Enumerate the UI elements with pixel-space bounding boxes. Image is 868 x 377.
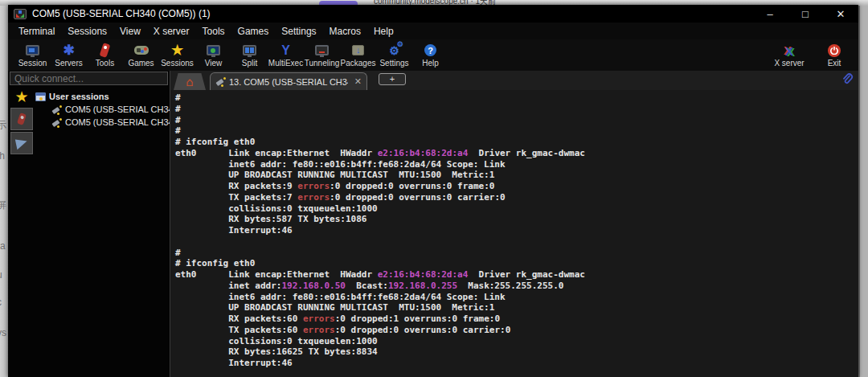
terminal-line: UP BROADCAST RUNNING MULTICAST MTU:1500 … bbox=[175, 302, 858, 313]
terminal-line bbox=[175, 236, 858, 248]
serial-plug-icon bbox=[51, 118, 62, 127]
sidebar-tools-button[interactable] bbox=[10, 108, 33, 130]
terminal-line: UP BROADCAST RUNNING MULTICAST MTU:1500 … bbox=[175, 170, 858, 181]
menu-item-x-server[interactable]: X server bbox=[147, 24, 196, 39]
menu-item-sessions[interactable]: Sessions bbox=[61, 24, 113, 39]
toolbar-tunneling-button[interactable]: ↔ Tunneling bbox=[304, 43, 340, 68]
menu-item-help[interactable]: Help bbox=[367, 24, 400, 39]
tunneling-monitor-icon: ↔ bbox=[315, 43, 329, 58]
toolbar-packages-button[interactable]: Packages bbox=[340, 43, 376, 68]
menu-item-tools[interactable]: Tools bbox=[196, 24, 231, 39]
session-monitor-icon bbox=[26, 43, 39, 58]
background-right-sliver bbox=[858, 6, 868, 377]
tree-root-user-sessions[interactable]: User sessions bbox=[35, 90, 170, 103]
menu-item-terminal[interactable]: Terminal bbox=[12, 24, 61, 39]
menu-item-macros[interactable]: Macros bbox=[323, 24, 367, 39]
menubar: Terminal Sessions View X server Tools Ga… bbox=[8, 23, 858, 39]
app-logo-icon bbox=[14, 9, 27, 19]
terminal-line: # ifconfig eth0 bbox=[175, 137, 858, 148]
tree-session-com5-1[interactable]: COM5 (USB-SERIAL CH340 (COM5) bbox=[35, 103, 170, 116]
background-left-sliver: 示 th 屏 ra u c ys bbox=[0, 6, 8, 377]
tree-session-com5-2[interactable]: COM5 (USB-SERIAL CH340 (COM5) bbox=[35, 116, 170, 129]
terminal-line: RX bytes:587 TX bytes:1086 bbox=[175, 214, 858, 225]
session-tree: User sessions COM5 (USB-SERIAL CH340 (CO… bbox=[35, 87, 170, 377]
new-tab-button[interactable]: + bbox=[379, 73, 406, 85]
terminal-line: # ifconfig eth0 bbox=[175, 258, 858, 269]
terminal-line: # bbox=[175, 92, 858, 104]
terminal-line: inet6 addr: fe80::e016:b4ff:fe68:2da4/64… bbox=[175, 159, 858, 170]
serial-plug-icon bbox=[215, 77, 226, 86]
terminal-line: # bbox=[175, 248, 858, 259]
minimize-button[interactable]: – bbox=[762, 8, 778, 20]
terminal-line: RX packets:60 errors:0 dropped:1 overrun… bbox=[175, 313, 858, 325]
terminal-line: # bbox=[175, 115, 858, 126]
toolbar-games-button[interactable]: Games bbox=[123, 43, 159, 68]
toolbar-sessions-button[interactable]: ★ Sessions bbox=[159, 43, 195, 68]
terminal-line: RX packets:9 errors:0 dropped:0 overruns… bbox=[175, 181, 858, 192]
menu-item-settings[interactable]: Settings bbox=[275, 24, 322, 39]
package-icon bbox=[352, 43, 364, 58]
toolbar-servers-button[interactable]: ✱ Servers bbox=[51, 43, 87, 68]
swiss-knife-icon bbox=[17, 113, 27, 125]
paperclip-icon[interactable] bbox=[841, 73, 854, 86]
tab-home[interactable]: ⌂ bbox=[174, 73, 206, 90]
close-button[interactable]: ✕ bbox=[833, 8, 849, 20]
toolbar-tools-button[interactable]: Tools bbox=[87, 43, 123, 68]
servers-jack-icon: ✱ bbox=[63, 43, 74, 58]
user-sessions-icon bbox=[35, 92, 46, 101]
toolbar: Session ✱ Servers Tools Games ★ Sessions… bbox=[8, 39, 858, 71]
terminal-line: collisions:0 txqueuelen:1000 bbox=[175, 336, 858, 347]
terminal-line: # bbox=[175, 125, 858, 137]
sidebar: ★ User sessions COM5 (USB-SERIAL CH340 (… bbox=[8, 71, 170, 377]
bg-fragment: 示 bbox=[0, 118, 6, 132]
window-title: COM5 (USB-SERIAL CH340 (COM5)) (1) bbox=[32, 8, 211, 19]
split-monitor-icon bbox=[243, 43, 256, 58]
terminal-line: inet addr:192.168.0.50 Bcast:192.168.0.2… bbox=[175, 281, 858, 292]
terminal-line: RX bytes:16625 TX bytes:8834 bbox=[175, 346, 858, 358]
x-server-icon: X X X bbox=[782, 43, 796, 58]
terminal-line: TX packets:7 errors:0 dropped:0 overruns… bbox=[175, 192, 858, 203]
terminal-line: eth0 Link encap:Ethernet HWaddr e2:16:b4… bbox=[175, 269, 858, 281]
toolbar-multiexec-button[interactable]: Y MultiExec bbox=[268, 43, 304, 68]
bg-fragment: ra bbox=[0, 240, 6, 252]
toolbar-split-button[interactable]: Split bbox=[231, 43, 268, 68]
terminal-line: eth0 Link encap:Ethernet HWaddr e2:16:b4… bbox=[175, 148, 858, 159]
bg-fragment: u bbox=[0, 269, 2, 281]
swiss-knife-icon bbox=[101, 43, 108, 58]
multiexec-y-icon: Y bbox=[281, 43, 290, 58]
mobaxterm-window: COM5 (USB-SERIAL CH340 (COM5)) (1) – □ ✕… bbox=[8, 5, 858, 377]
toolbar-help-button[interactable]: ? Help bbox=[412, 43, 448, 68]
toolbar-exit-button[interactable]: Exit bbox=[818, 43, 850, 68]
serial-plug-icon bbox=[51, 105, 62, 114]
paper-plane-icon bbox=[15, 137, 28, 150]
toolbar-x-server-button[interactable]: X X X X server bbox=[767, 43, 812, 68]
titlebar: COM5 (USB-SERIAL CH340 (COM5)) (1) – □ ✕ bbox=[8, 5, 858, 23]
toolbar-settings-button[interactable]: ⚙ ⚙ Settings bbox=[376, 43, 412, 68]
menu-item-games[interactable]: Games bbox=[231, 24, 276, 39]
home-icon: ⌂ bbox=[186, 76, 193, 88]
gamepad-icon bbox=[134, 43, 149, 58]
sidebar-send-button[interactable] bbox=[10, 132, 33, 154]
terminal-line: collisions:0 txqueuelen:1000 bbox=[175, 203, 858, 215]
maximize-button[interactable]: □ bbox=[797, 8, 813, 20]
tab-close-icon[interactable]: ✕ bbox=[354, 76, 362, 87]
bg-fragment: th bbox=[0, 150, 5, 162]
terminal-output[interactable]: ##### ifconfig eth0eth0 Link encap:Ether… bbox=[170, 90, 858, 377]
help-question-icon: ? bbox=[424, 43, 436, 58]
bg-fragment: 屏 bbox=[0, 199, 6, 212]
toolbar-view-button[interactable]: View bbox=[195, 43, 231, 68]
terminal-line: TX packets:60 errors:0 dropped:0 overrun… bbox=[175, 325, 858, 336]
power-icon bbox=[828, 43, 841, 58]
sidebar-icon-strip: ★ bbox=[8, 87, 35, 377]
menu-item-view[interactable]: View bbox=[113, 24, 147, 39]
bg-fragment: ys bbox=[0, 327, 6, 338]
toolbar-session-button[interactable]: Session bbox=[14, 43, 51, 68]
view-monitor-icon bbox=[207, 43, 220, 58]
terminal-line: Interrupt:46 bbox=[175, 225, 858, 236]
tab-active-com5[interactable]: 13. COM5 (USB-SERIAL CH340 (COM ✕ bbox=[210, 72, 367, 90]
quick-connect-input[interactable] bbox=[10, 72, 168, 85]
bg-fragment: c bbox=[0, 297, 2, 308]
tabbar: ⌂ 13. COM5 (USB-SERIAL CH340 (COM ✕ + bbox=[170, 71, 858, 90]
favorites-star-icon[interactable]: ★ bbox=[14, 88, 28, 106]
terminal-line: inet6 addr: fe80::e016:b4ff:fe68:2da4/64… bbox=[175, 292, 858, 303]
